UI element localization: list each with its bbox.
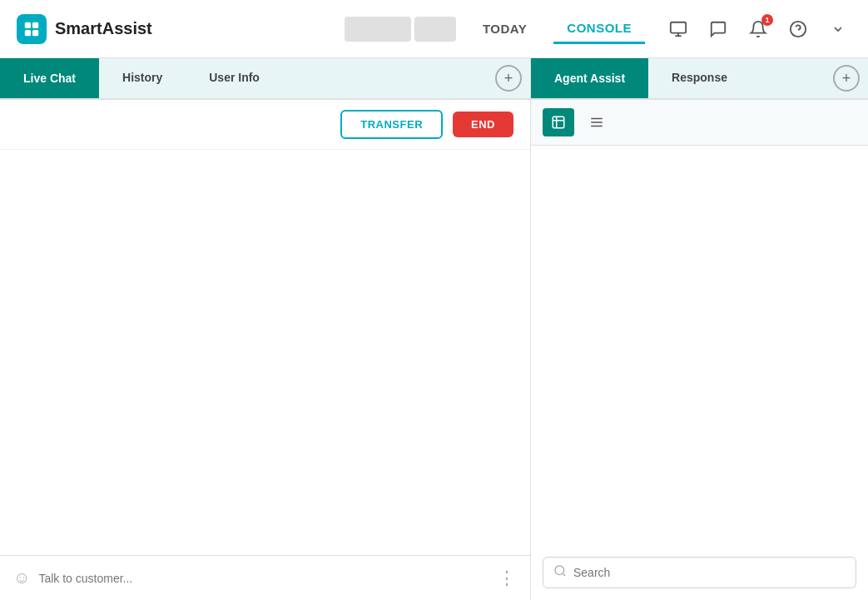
agent-toolbar xyxy=(531,100,868,146)
svg-rect-1 xyxy=(32,22,38,27)
notification-btn[interactable]: 1 xyxy=(745,16,771,42)
right-tabs: Agent Assist Response + xyxy=(531,58,868,100)
nav-console[interactable]: CONSOLE xyxy=(553,14,645,44)
logo: SmartAssist xyxy=(17,14,152,44)
svg-point-15 xyxy=(555,566,564,575)
help-icon-btn[interactable] xyxy=(785,16,811,42)
main: Live Chat History User Info + TRANSFER E… xyxy=(0,58,868,600)
nav-today[interactable]: TODAY xyxy=(469,15,540,42)
search-input[interactable] xyxy=(573,566,846,579)
logo-text: SmartAssist xyxy=(55,19,152,38)
more-options-icon[interactable]: ⋮ xyxy=(498,568,517,589)
transfer-button[interactable]: TRANSFER xyxy=(340,110,443,139)
tab-live-chat[interactable]: Live Chat xyxy=(0,58,99,98)
monitor-icon-btn[interactable] xyxy=(665,16,692,42)
tab-agent-assist[interactable]: Agent Assist xyxy=(531,58,648,98)
right-tab-add-btn[interactable]: + xyxy=(833,65,860,92)
agent-menu-btn[interactable] xyxy=(581,108,613,136)
svg-rect-2 xyxy=(25,29,31,35)
svg-rect-0 xyxy=(25,22,31,27)
left-tabs: Live Chat History User Info + xyxy=(0,58,530,100)
header: SmartAssist TODAY CONSOLE 1 xyxy=(0,0,868,58)
right-panel: Agent Assist Response + xyxy=(531,58,868,600)
svg-rect-3 xyxy=(32,29,38,35)
left-tab-add-btn[interactable]: + xyxy=(495,65,522,92)
tab-user-info[interactable]: User Info xyxy=(186,58,283,98)
header-nav xyxy=(345,17,456,42)
header-icons: 1 xyxy=(665,16,851,42)
tab-response[interactable]: Response xyxy=(648,58,751,98)
emoji-icon[interactable]: ☺ xyxy=(13,568,30,588)
agent-book-btn[interactable] xyxy=(543,108,574,136)
header-placeholder-1[interactable] xyxy=(345,17,411,42)
chat-input[interactable] xyxy=(38,572,489,585)
left-panel: Live Chat History User Info + TRANSFER E… xyxy=(0,58,531,600)
chat-icon-btn[interactable] xyxy=(705,16,732,42)
logo-icon xyxy=(17,14,47,44)
svg-line-16 xyxy=(563,573,565,576)
agent-content xyxy=(531,146,868,548)
chat-input-bar: ☺ ⋮ xyxy=(0,555,530,600)
notification-badge: 1 xyxy=(761,14,773,26)
chat-toolbar: TRANSFER END xyxy=(0,100,530,150)
search-bar xyxy=(543,557,856,588)
tab-history[interactable]: History xyxy=(99,58,186,98)
end-button[interactable]: END xyxy=(453,112,513,137)
chat-area xyxy=(0,150,530,555)
svg-rect-4 xyxy=(671,22,686,32)
search-icon xyxy=(553,564,567,581)
header-placeholder-2[interactable] xyxy=(414,17,456,42)
user-menu-btn[interactable] xyxy=(825,16,851,42)
svg-rect-9 xyxy=(553,117,564,128)
